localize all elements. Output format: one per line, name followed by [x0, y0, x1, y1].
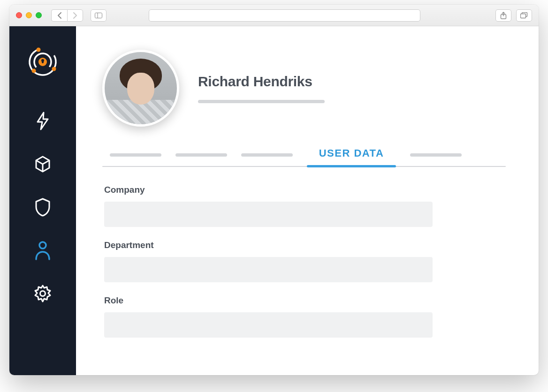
tab-user-data[interactable]: USER DATA: [307, 147, 396, 162]
window-controls: [16, 12, 42, 18]
user-icon: [34, 241, 51, 260]
minimize-window-button[interactable]: [26, 12, 32, 18]
nav-buttons: [51, 9, 83, 22]
company-label: Company: [104, 185, 504, 195]
tab-placeholder-2[interactable]: [175, 153, 227, 157]
gear-icon: [33, 284, 52, 303]
svg-point-14: [40, 291, 46, 296]
role-label: Role: [104, 295, 504, 306]
sidebar-item-security[interactable]: [32, 197, 53, 218]
main-content: Richard Hendriks USER DATA: [76, 26, 539, 375]
tab-placeholder-3[interactable]: [241, 153, 293, 157]
shield-icon: [34, 197, 52, 217]
profile-name: Richard Hendriks: [198, 74, 325, 90]
sidebar-item-packages[interactable]: [32, 154, 53, 174]
app-body: Richard Hendriks USER DATA: [9, 26, 539, 375]
browser-window: Richard Hendriks USER DATA: [9, 5, 539, 375]
titlebar: [9, 5, 539, 26]
svg-point-10: [37, 48, 41, 52]
field-department: Department: [104, 240, 504, 282]
sidebar-item-activity[interactable]: [32, 111, 53, 131]
bolt-icon: [35, 112, 51, 130]
avatar: [102, 50, 179, 127]
tab-placeholder-1[interactable]: [110, 153, 161, 157]
profile-subtitle-placeholder: [198, 100, 325, 103]
sidebar-item-users[interactable]: [32, 240, 53, 261]
svg-rect-0: [95, 13, 102, 18]
close-window-button[interactable]: [16, 12, 22, 18]
tabs-button[interactable]: [516, 9, 532, 22]
field-role: Role: [104, 295, 504, 338]
tabs: USER DATA: [102, 147, 506, 167]
sidebar-item-settings[interactable]: [32, 283, 53, 304]
active-tab-indicator: [307, 165, 396, 167]
svg-point-12: [32, 69, 36, 73]
field-company: Company: [104, 185, 504, 227]
profile-header: Richard Hendriks: [102, 50, 506, 127]
company-input[interactable]: [104, 202, 433, 227]
app-logo: [26, 45, 60, 79]
svg-rect-4: [521, 14, 526, 18]
cube-icon: [33, 155, 52, 173]
department-label: Department: [104, 240, 504, 250]
user-data-form: Company Department Role: [102, 185, 506, 338]
tab-placeholder-5[interactable]: [410, 153, 462, 157]
role-input[interactable]: [104, 312, 433, 338]
back-button[interactable]: [51, 9, 67, 22]
tabs-underline: [102, 166, 506, 167]
maximize-window-button[interactable]: [36, 12, 42, 18]
svg-point-13: [39, 242, 46, 249]
svg-point-11: [52, 67, 56, 71]
sidebar-toggle-button[interactable]: [91, 9, 107, 22]
department-input[interactable]: [104, 257, 433, 282]
share-button[interactable]: [495, 9, 511, 22]
address-bar[interactable]: [149, 9, 420, 22]
svg-point-9: [41, 59, 44, 62]
sidebar: [9, 26, 76, 375]
profile-title-block: Richard Hendriks: [198, 74, 325, 103]
forward-button[interactable]: [67, 9, 83, 22]
